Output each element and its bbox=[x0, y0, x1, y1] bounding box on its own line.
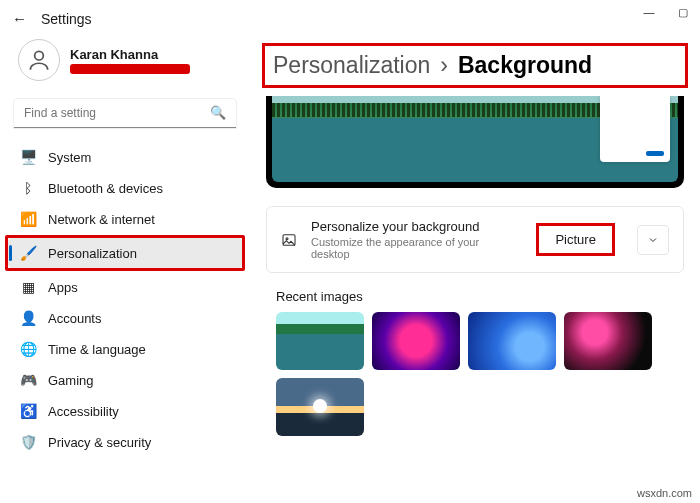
card-title: Personalize your background bbox=[311, 219, 508, 234]
nav-icon: 🛡️ bbox=[20, 434, 36, 450]
svg-point-0 bbox=[35, 51, 44, 60]
nav-icon: 👤 bbox=[20, 310, 36, 326]
avatar bbox=[18, 39, 60, 81]
back-button[interactable]: ← bbox=[12, 10, 27, 27]
image-icon bbox=[281, 232, 297, 248]
recent-images-section: Recent images bbox=[266, 289, 684, 436]
nav-icon: 🖥️ bbox=[20, 149, 36, 165]
background-card: Personalize your background Customize th… bbox=[266, 206, 684, 273]
user-email-redacted bbox=[70, 64, 190, 74]
maximize-button[interactable]: ▢ bbox=[666, 0, 700, 24]
desktop-preview bbox=[266, 96, 684, 188]
nav-label: Network & internet bbox=[48, 212, 155, 227]
nav-label: Apps bbox=[48, 280, 78, 295]
sidebar: Karan Khanna 🔍 🖥️SystemᛒBluetooth & devi… bbox=[0, 33, 250, 502]
sidebar-item-personalization[interactable]: 🖌️Personalization bbox=[8, 238, 242, 268]
search-input[interactable] bbox=[14, 99, 236, 128]
sidebar-item-bluetooth-devices[interactable]: ᛒBluetooth & devices bbox=[8, 173, 242, 203]
breadcrumb-parent[interactable]: Personalization bbox=[273, 52, 430, 79]
nav-label: Personalization bbox=[48, 246, 137, 261]
nav-icon: 📶 bbox=[20, 211, 36, 227]
nav-label: Time & language bbox=[48, 342, 146, 357]
user-name: Karan Khanna bbox=[70, 47, 190, 62]
nav-list: 🖥️SystemᛒBluetooth & devices📶Network & i… bbox=[8, 142, 242, 457]
preview-window bbox=[600, 96, 670, 162]
recent-image-thumb[interactable] bbox=[564, 312, 652, 370]
nav-label: Bluetooth & devices bbox=[48, 181, 163, 196]
sidebar-item-accounts[interactable]: 👤Accounts bbox=[8, 303, 242, 333]
expand-button[interactable] bbox=[637, 225, 669, 255]
profile[interactable]: Karan Khanna bbox=[8, 33, 242, 95]
nav-label: Accounts bbox=[48, 311, 101, 326]
breadcrumb: Personalization › Background bbox=[262, 43, 688, 88]
nav-icon: 🖌️ bbox=[20, 245, 36, 261]
sidebar-item-time-language[interactable]: 🌐Time & language bbox=[8, 334, 242, 364]
breadcrumb-current: Background bbox=[458, 52, 592, 79]
recent-image-thumb[interactable] bbox=[276, 378, 364, 436]
minimize-button[interactable]: — bbox=[632, 0, 666, 24]
nav-icon: 🎮 bbox=[20, 372, 36, 388]
nav-icon: ᛒ bbox=[20, 180, 36, 196]
card-subtitle: Customize the appearance of your desktop bbox=[311, 236, 508, 260]
sidebar-item-apps[interactable]: ▦Apps bbox=[8, 272, 242, 302]
sidebar-item-network-internet[interactable]: 📶Network & internet bbox=[8, 204, 242, 234]
nav-icon: ♿ bbox=[20, 403, 36, 419]
nav-label: Accessibility bbox=[48, 404, 119, 419]
svg-point-2 bbox=[286, 237, 288, 239]
search-icon: 🔍 bbox=[210, 105, 226, 120]
recent-heading: Recent images bbox=[276, 289, 684, 304]
nav-label: System bbox=[48, 150, 91, 165]
background-type-dropdown[interactable]: Picture bbox=[536, 223, 614, 256]
nav-icon: ▦ bbox=[20, 279, 36, 295]
nav-icon: 🌐 bbox=[20, 341, 36, 357]
sidebar-item-gaming[interactable]: 🎮Gaming bbox=[8, 365, 242, 395]
recent-image-thumb[interactable] bbox=[276, 312, 364, 370]
nav-label: Gaming bbox=[48, 373, 94, 388]
sidebar-item-system[interactable]: 🖥️System bbox=[8, 142, 242, 172]
main-content: Personalization › Background Personalize… bbox=[250, 33, 700, 502]
sidebar-item-privacy-security[interactable]: 🛡️Privacy & security bbox=[8, 427, 242, 457]
recent-image-thumb[interactable] bbox=[372, 312, 460, 370]
search-box[interactable]: 🔍 bbox=[14, 99, 236, 128]
watermark: wsxdn.com bbox=[637, 487, 692, 499]
window-controls: — ▢ bbox=[632, 0, 700, 24]
app-title: Settings bbox=[41, 11, 92, 27]
recent-image-thumb[interactable] bbox=[468, 312, 556, 370]
chevron-right-icon: › bbox=[440, 52, 448, 79]
nav-label: Privacy & security bbox=[48, 435, 151, 450]
sidebar-item-accessibility[interactable]: ♿Accessibility bbox=[8, 396, 242, 426]
